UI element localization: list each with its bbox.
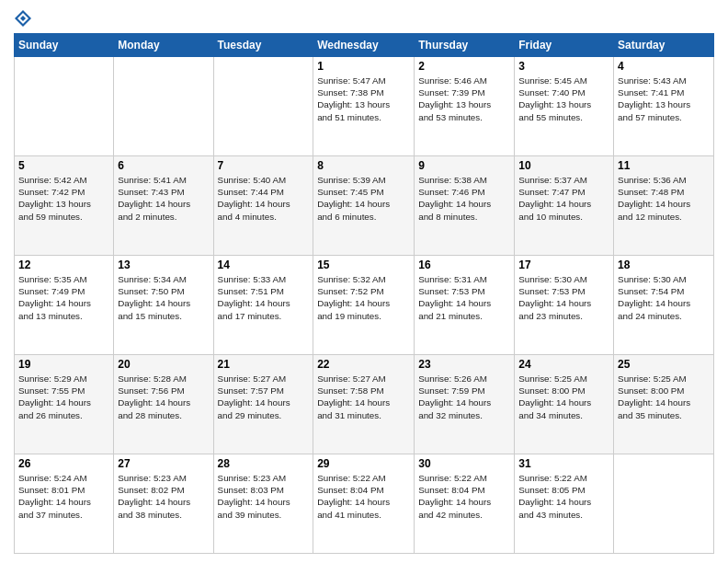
day-info: Sunrise: 5:24 AM Sunset: 8:01 PM Dayligh… <box>18 472 109 521</box>
day-info: Sunrise: 5:32 AM Sunset: 7:52 PM Dayligh… <box>317 273 410 322</box>
calendar-cell: 6Sunrise: 5:41 AM Sunset: 7:43 PM Daylig… <box>114 156 213 256</box>
day-info: Sunrise: 5:35 AM Sunset: 7:49 PM Dayligh… <box>18 273 109 322</box>
day-number: 11 <box>618 159 710 172</box>
day-number: 30 <box>418 457 510 470</box>
calendar-cell: 31Sunrise: 5:22 AM Sunset: 8:05 PM Dayli… <box>515 454 614 554</box>
day-number: 28 <box>218 457 310 470</box>
day-number: 25 <box>618 358 710 371</box>
day-info: Sunrise: 5:27 AM Sunset: 7:58 PM Dayligh… <box>317 373 410 421</box>
calendar-cell: 23Sunrise: 5:26 AM Sunset: 7:59 PM Dayli… <box>415 355 515 454</box>
week-row-4: 26Sunrise: 5:24 AM Sunset: 8:01 PM Dayli… <box>15 454 714 554</box>
calendar-cell: 25Sunrise: 5:25 AM Sunset: 8:00 PM Dayli… <box>614 355 714 454</box>
day-number: 15 <box>317 259 410 271</box>
day-info: Sunrise: 5:22 AM Sunset: 8:04 PM Dayligh… <box>317 472 410 521</box>
calendar-cell: 29Sunrise: 5:22 AM Sunset: 8:04 PM Dayli… <box>313 454 415 554</box>
calendar-cell: 22Sunrise: 5:27 AM Sunset: 7:58 PM Dayli… <box>313 355 415 454</box>
day-number: 8 <box>317 159 410 172</box>
calendar-cell: 5Sunrise: 5:42 AM Sunset: 7:42 PM Daylig… <box>15 156 114 256</box>
calendar-cell: 8Sunrise: 5:39 AM Sunset: 7:45 PM Daylig… <box>313 156 415 256</box>
day-info: Sunrise: 5:22 AM Sunset: 8:04 PM Dayligh… <box>418 472 510 521</box>
day-info: Sunrise: 5:40 AM Sunset: 7:44 PM Dayligh… <box>218 174 310 223</box>
calendar-cell <box>15 57 114 156</box>
calendar-cell: 3Sunrise: 5:45 AM Sunset: 7:40 PM Daylig… <box>515 57 614 156</box>
day-number: 23 <box>418 358 510 371</box>
header <box>14 9 714 28</box>
day-info: Sunrise: 5:43 AM Sunset: 7:41 PM Dayligh… <box>618 75 710 123</box>
day-info: Sunrise: 5:33 AM Sunset: 7:51 PM Dayligh… <box>218 273 310 322</box>
calendar-cell: 30Sunrise: 5:22 AM Sunset: 8:04 PM Dayli… <box>415 454 515 554</box>
week-row-2: 12Sunrise: 5:35 AM Sunset: 7:49 PM Dayli… <box>15 256 714 355</box>
day-info: Sunrise: 5:26 AM Sunset: 7:59 PM Dayligh… <box>418 373 510 421</box>
calendar-cell: 14Sunrise: 5:33 AM Sunset: 7:51 PM Dayli… <box>213 256 313 355</box>
calendar-cell <box>614 454 714 554</box>
day-info: Sunrise: 5:31 AM Sunset: 7:53 PM Dayligh… <box>418 273 510 322</box>
logo-icon <box>14 9 32 28</box>
week-row-1: 5Sunrise: 5:42 AM Sunset: 7:42 PM Daylig… <box>15 156 714 256</box>
calendar-cell: 20Sunrise: 5:28 AM Sunset: 7:56 PM Dayli… <box>114 355 213 454</box>
header-sunday: Sunday <box>15 34 114 57</box>
day-info: Sunrise: 5:23 AM Sunset: 8:03 PM Dayligh… <box>218 472 310 521</box>
day-number: 19 <box>18 358 109 371</box>
day-number: 7 <box>218 159 310 172</box>
day-info: Sunrise: 5:34 AM Sunset: 7:50 PM Dayligh… <box>118 273 209 322</box>
day-number: 4 <box>618 60 710 73</box>
calendar-cell: 15Sunrise: 5:32 AM Sunset: 7:52 PM Dayli… <box>313 256 415 355</box>
day-number: 22 <box>317 358 410 371</box>
day-number: 13 <box>118 259 209 271</box>
day-info: Sunrise: 5:25 AM Sunset: 8:00 PM Dayligh… <box>518 373 609 421</box>
day-info: Sunrise: 5:23 AM Sunset: 8:02 PM Dayligh… <box>118 472 209 521</box>
calendar-cell <box>114 57 213 156</box>
calendar-cell: 2Sunrise: 5:46 AM Sunset: 7:39 PM Daylig… <box>415 57 515 156</box>
day-number: 21 <box>218 358 310 371</box>
calendar-cell: 24Sunrise: 5:25 AM Sunset: 8:00 PM Dayli… <box>515 355 614 454</box>
day-number: 24 <box>518 358 609 371</box>
day-number: 10 <box>518 159 609 172</box>
header-saturday: Saturday <box>614 34 714 57</box>
calendar-cell: 10Sunrise: 5:37 AM Sunset: 7:47 PM Dayli… <box>515 156 614 256</box>
week-row-3: 19Sunrise: 5:29 AM Sunset: 7:55 PM Dayli… <box>15 355 714 454</box>
header-monday: Monday <box>114 34 213 57</box>
day-info: Sunrise: 5:30 AM Sunset: 7:54 PM Dayligh… <box>618 273 710 322</box>
header-tuesday: Tuesday <box>213 34 313 57</box>
calendar-cell: 1Sunrise: 5:47 AM Sunset: 7:38 PM Daylig… <box>313 57 415 156</box>
calendar-cell: 17Sunrise: 5:30 AM Sunset: 7:53 PM Dayli… <box>515 256 614 355</box>
header-friday: Friday <box>515 34 614 57</box>
day-info: Sunrise: 5:41 AM Sunset: 7:43 PM Dayligh… <box>118 174 209 223</box>
day-number: 3 <box>518 60 609 73</box>
day-info: Sunrise: 5:25 AM Sunset: 8:00 PM Dayligh… <box>618 373 710 421</box>
calendar-cell: 4Sunrise: 5:43 AM Sunset: 7:41 PM Daylig… <box>614 57 714 156</box>
calendar-cell: 11Sunrise: 5:36 AM Sunset: 7:48 PM Dayli… <box>614 156 714 256</box>
day-info: Sunrise: 5:27 AM Sunset: 7:57 PM Dayligh… <box>218 373 310 421</box>
calendar-cell: 19Sunrise: 5:29 AM Sunset: 7:55 PM Dayli… <box>15 355 114 454</box>
day-info: Sunrise: 5:39 AM Sunset: 7:45 PM Dayligh… <box>317 174 410 223</box>
day-info: Sunrise: 5:42 AM Sunset: 7:42 PM Dayligh… <box>18 174 109 223</box>
calendar-cell: 18Sunrise: 5:30 AM Sunset: 7:54 PM Dayli… <box>614 256 714 355</box>
calendar-cell: 26Sunrise: 5:24 AM Sunset: 8:01 PM Dayli… <box>15 454 114 554</box>
calendar-cell: 7Sunrise: 5:40 AM Sunset: 7:44 PM Daylig… <box>213 156 313 256</box>
header-row: SundayMondayTuesdayWednesdayThursdayFrid… <box>15 34 714 57</box>
day-number: 29 <box>317 457 410 470</box>
day-number: 2 <box>418 60 510 73</box>
day-number: 14 <box>218 259 310 271</box>
day-number: 27 <box>118 457 209 470</box>
day-info: Sunrise: 5:36 AM Sunset: 7:48 PM Dayligh… <box>618 174 710 223</box>
day-info: Sunrise: 5:22 AM Sunset: 8:05 PM Dayligh… <box>518 472 609 521</box>
day-info: Sunrise: 5:46 AM Sunset: 7:39 PM Dayligh… <box>418 75 510 123</box>
calendar-cell: 9Sunrise: 5:38 AM Sunset: 7:46 PM Daylig… <box>415 156 515 256</box>
day-info: Sunrise: 5:37 AM Sunset: 7:47 PM Dayligh… <box>518 174 609 223</box>
page: SundayMondayTuesdayWednesdayThursdayFrid… <box>0 0 728 563</box>
day-number: 20 <box>118 358 209 371</box>
calendar-table: SundayMondayTuesdayWednesdayThursdayFrid… <box>14 33 714 554</box>
day-info: Sunrise: 5:30 AM Sunset: 7:53 PM Dayligh… <box>518 273 609 322</box>
calendar-cell: 16Sunrise: 5:31 AM Sunset: 7:53 PM Dayli… <box>415 256 515 355</box>
calendar-cell: 21Sunrise: 5:27 AM Sunset: 7:57 PM Dayli… <box>213 355 313 454</box>
logo <box>14 9 36 28</box>
header-thursday: Thursday <box>415 34 515 57</box>
day-info: Sunrise: 5:29 AM Sunset: 7:55 PM Dayligh… <box>18 373 109 421</box>
day-number: 31 <box>518 457 609 470</box>
header-wednesday: Wednesday <box>313 34 415 57</box>
day-info: Sunrise: 5:45 AM Sunset: 7:40 PM Dayligh… <box>518 75 609 123</box>
day-number: 26 <box>18 457 109 470</box>
calendar-cell: 28Sunrise: 5:23 AM Sunset: 8:03 PM Dayli… <box>213 454 313 554</box>
day-number: 17 <box>518 259 609 271</box>
